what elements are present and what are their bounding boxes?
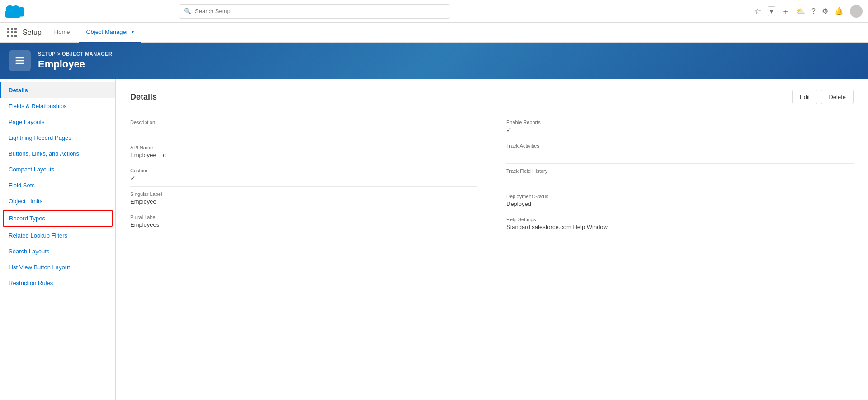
app-name: Setup [23,29,42,37]
singular-label-label: Singular Label [130,191,477,197]
action-buttons: Edit Delete [792,90,854,104]
search-bar[interactable]: 🔍 [179,4,450,19]
sidebar-item-object-limits[interactable]: Object Limits [0,193,115,209]
custom-value: ✓ [130,175,477,182]
plural-label-label: Plural Label [130,214,477,220]
singular-label-value: Employee [130,198,477,205]
header-band: SETUP > OBJECT MANAGER Employee [0,43,868,79]
help-settings-value: Standard salesforce.com Help Window [506,224,854,230]
sidebar-item-lightning-record-pages[interactable]: Lightning Record Pages [0,130,115,146]
top-nav-right: ☆ ▾ ＋ ⛅ ? ⚙ 🔔 [754,5,863,18]
field-api-name: API Name Employee__c [130,140,477,163]
second-nav: Setup Home Object Manager ▾ [0,23,868,43]
help-settings-label: Help Settings [506,217,854,222]
header-text-group: SETUP > OBJECT MANAGER Employee [38,51,113,70]
left-column: Description API Name Employee__c Custom … [130,115,492,235]
breadcrumb: SETUP > OBJECT MANAGER [38,51,113,57]
field-description: Description [130,115,477,140]
delete-button[interactable]: Delete [821,90,854,104]
search-icon: 🔍 [184,8,191,14]
api-name-label: API Name [130,145,477,150]
sidebar-item-record-types[interactable]: Record Types [3,210,113,227]
help-icon[interactable]: ? [811,7,816,15]
page-title: Employee [38,58,113,70]
main-layout: Details Fields & Relationships Page Layo… [0,79,868,400]
deployment-status-label: Deployment Status [506,194,854,199]
sidebar-item-fields-relationships[interactable]: Fields & Relationships [0,98,115,114]
sidebar-item-buttons-links-actions[interactable]: Buttons, Links, and Actions [0,146,115,162]
description-value [130,126,477,135]
field-track-activities: Track Activities [506,138,854,164]
field-help-settings: Help Settings Standard salesforce.com He… [506,212,854,235]
api-name-value: Employee__c [130,152,477,158]
sidebar-item-restriction-rules[interactable]: Restriction Rules [0,275,115,291]
tab-object-manager[interactable]: Object Manager ▾ [79,23,142,43]
field-singular-label: Singular Label Employee [130,187,477,210]
custom-label: Custom [130,168,477,173]
tab-home[interactable]: Home [47,23,77,43]
plural-label-value: Employees [130,221,477,228]
sidebar-nav: Details Fields & Relationships Page Layo… [0,79,115,295]
sidebar-item-search-layouts[interactable]: Search Layouts [0,243,115,259]
enable-reports-label: Enable Reports [506,119,854,125]
sidebar: Details Fields & Relationships Page Layo… [0,79,116,400]
field-track-field-history: Track Field History [506,164,854,189]
track-activities-label: Track Activities [506,143,854,148]
sidebar-item-page-layouts[interactable]: Page Layouts [0,114,115,130]
sidebar-item-compact-layouts[interactable]: Compact Layouts [0,162,115,177]
track-activities-value [506,150,854,159]
field-deployment-status: Deployment Status Deployed [506,189,854,212]
breadcrumb-object-manager[interactable]: OBJECT MANAGER [62,51,113,57]
description-label: Description [130,119,477,125]
right-column: Enable Reports ✓ Track Activities Track … [492,115,854,235]
deployment-status-value: Deployed [506,200,854,207]
gear-icon[interactable]: ⚙ [822,7,828,15]
cloud-icon[interactable]: ⛅ [796,7,805,15]
app-launcher-icon[interactable] [7,27,19,38]
object-icon [14,54,26,67]
sidebar-item-list-view-button-layout[interactable]: List View Button Layout [0,259,115,275]
detail-section: Description API Name Employee__c Custom … [130,115,854,235]
content-title: Details [130,92,157,102]
field-plural-label: Plural Label Employees [130,210,477,233]
sidebar-item-related-lookup-filters[interactable]: Related Lookup Filters [0,228,115,243]
add-icon[interactable]: ＋ [782,6,790,17]
enable-reports-value: ✓ [506,126,854,133]
bell-icon[interactable]: 🔔 [835,7,844,15]
tab-dropdown-arrow: ▾ [132,29,134,34]
top-nav: 🔍 ☆ ▾ ＋ ⛅ ? ⚙ 🔔 [0,0,868,23]
avatar[interactable] [850,5,863,18]
object-icon-box [9,50,31,71]
star-icon[interactable]: ☆ [754,6,761,16]
edit-button[interactable]: Edit [792,90,817,104]
search-input[interactable] [195,8,445,14]
content-header: Details Edit Delete [130,90,854,104]
sidebar-item-details[interactable]: Details [0,82,115,98]
dropdown-icon[interactable]: ▾ [768,6,775,16]
salesforce-logo[interactable] [5,5,24,18]
field-custom: Custom ✓ [130,163,477,187]
field-enable-reports: Enable Reports ✓ [506,115,854,138]
content-area: Details Edit Delete Description API Name… [116,79,868,400]
track-field-history-label: Track Field History [506,168,854,174]
breadcrumb-setup[interactable]: SETUP [38,51,56,57]
track-field-history-value [506,175,854,184]
sidebar-item-field-sets[interactable]: Field Sets [0,177,115,193]
